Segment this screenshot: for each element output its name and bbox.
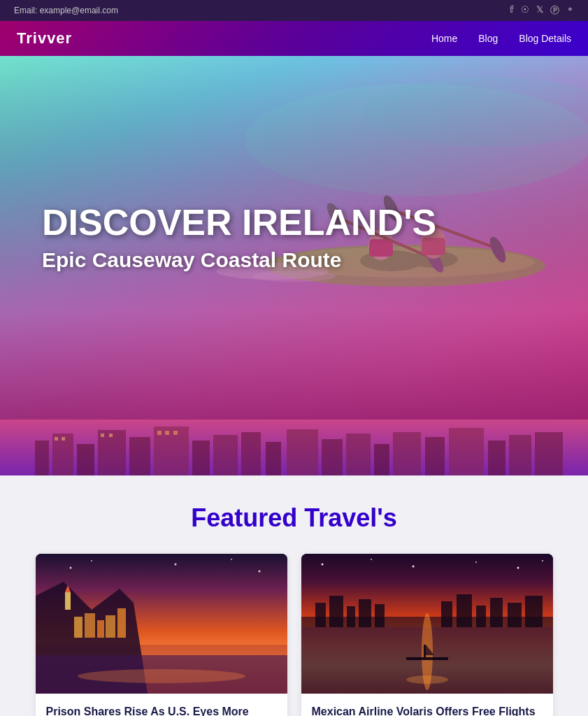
svg-point-64: [231, 559, 232, 560]
svg-rect-74: [457, 594, 472, 627]
svg-point-65: [258, 571, 260, 573]
svg-rect-72: [375, 604, 385, 627]
svg-rect-77: [508, 603, 522, 627]
dribbble-icon[interactable]: ⚬: [566, 4, 574, 17]
svg-rect-45: [109, 434, 113, 437]
svg-rect-34: [346, 434, 371, 475]
svg-point-87: [412, 566, 414, 568]
facebook-icon[interactable]: 𝕗: [510, 4, 514, 17]
svg-rect-46: [157, 431, 162, 435]
city-strip-svg: [0, 420, 588, 475]
nav-blog-details[interactable]: Blog Details: [519, 33, 571, 44]
svg-rect-30: [241, 432, 261, 475]
hero-city-strip: [0, 420, 588, 475]
card-2-title: Mexican Airline Volaris Offers Free Flig…: [312, 704, 543, 716]
svg-rect-56: [117, 608, 126, 638]
svg-rect-22: [35, 441, 49, 475]
svg-rect-76: [490, 598, 503, 627]
nav-home[interactable]: Home: [431, 33, 457, 44]
svg-rect-37: [425, 437, 445, 475]
email-info: Email: example@email.com: [14, 6, 118, 15]
svg-rect-48: [173, 431, 178, 435]
hero-subtitle: Epic Causeway Coastal Route: [42, 249, 436, 273]
svg-point-85: [321, 564, 323, 566]
svg-rect-57: [65, 592, 71, 610]
card-2-image: [301, 554, 553, 694]
svg-rect-26: [129, 437, 150, 475]
svg-point-90: [542, 560, 543, 561]
svg-rect-47: [165, 431, 169, 435]
featured-card-1[interactable]: Prison Shares Rise As U.S. Eyes More Air…: [36, 554, 287, 716]
nav-links: Home Blog Blog Details: [431, 33, 571, 44]
nav-blog[interactable]: Blog: [478, 33, 498, 44]
svg-rect-29: [213, 435, 238, 475]
svg-point-62: [91, 560, 92, 561]
svg-point-61: [69, 567, 71, 569]
navbar: Trivver Home Blog Blog Details: [0, 21, 588, 56]
svg-rect-83: [424, 645, 426, 657]
featured-section-title: Featured Travel's: [21, 503, 567, 533]
hero-text-block: DISCOVER IRELAND'S Epic Causeway Coastal…: [42, 203, 436, 272]
svg-rect-36: [393, 432, 421, 475]
coastal-city-svg: [36, 554, 287, 694]
svg-point-60: [78, 669, 245, 683]
svg-point-86: [371, 559, 372, 560]
hero-section: DISCOVER IRELAND'S Epic Causeway Coastal…: [0, 56, 588, 420]
card-1-image: [36, 554, 287, 694]
card-1-content: Prison Shares Rise As U.S. Eyes More Air…: [36, 694, 287, 716]
email-value: example@email.com: [40, 6, 118, 15]
svg-rect-43: [62, 437, 65, 441]
svg-point-81: [406, 675, 448, 684]
svg-rect-44: [101, 434, 104, 437]
svg-rect-31: [266, 442, 281, 475]
svg-point-88: [475, 561, 477, 563]
svg-rect-55: [106, 615, 115, 638]
svg-rect-38: [449, 428, 484, 475]
svg-point-89: [517, 567, 519, 569]
svg-rect-68: [315, 603, 326, 627]
svg-rect-78: [525, 596, 543, 627]
featured-grid: Prison Shares Rise As U.S. Eyes More Air…: [21, 554, 567, 716]
svg-rect-82: [406, 657, 448, 660]
svg-rect-53: [85, 613, 95, 638]
svg-rect-41: [535, 432, 563, 475]
svg-rect-24: [77, 444, 94, 475]
svg-rect-32: [287, 429, 318, 475]
hero-title: DISCOVER IRELAND'S: [42, 203, 436, 243]
twitter-icon[interactable]: 𝕏: [536, 4, 543, 17]
svg-rect-73: [441, 601, 452, 627]
svg-rect-39: [488, 441, 505, 475]
top-bar: Email: example@email.com 𝕗 ☉ 𝕏 Ⓟ ⚬: [0, 0, 588, 21]
svg-rect-35: [374, 444, 389, 475]
card-1-title: Prison Shares Rise As U.S. Eyes More Air…: [46, 704, 277, 716]
svg-rect-75: [476, 606, 486, 627]
svg-rect-70: [347, 606, 355, 627]
svg-point-63: [174, 564, 176, 566]
svg-rect-71: [359, 599, 371, 627]
instagram-icon[interactable]: ☉: [521, 4, 529, 17]
featured-section: Featured Travel's: [0, 475, 588, 716]
email-label: Email:: [14, 6, 37, 15]
svg-rect-42: [55, 437, 58, 441]
svg-rect-33: [322, 439, 343, 475]
social-icons: 𝕗 ☉ 𝕏 Ⓟ ⚬: [510, 4, 574, 17]
svg-rect-52: [74, 617, 83, 638]
featured-card-2[interactable]: Mexican Airline Volaris Offers Free Flig…: [301, 554, 553, 716]
sunset-water-svg: [301, 554, 553, 694]
card-2-content: Mexican Airline Volaris Offers Free Flig…: [301, 694, 553, 716]
svg-rect-28: [192, 441, 210, 475]
site-logo[interactable]: Trivver: [17, 29, 72, 48]
svg-rect-54: [97, 620, 104, 638]
svg-rect-40: [509, 435, 531, 475]
svg-rect-69: [329, 596, 343, 627]
pinterest-icon[interactable]: Ⓟ: [550, 4, 559, 17]
